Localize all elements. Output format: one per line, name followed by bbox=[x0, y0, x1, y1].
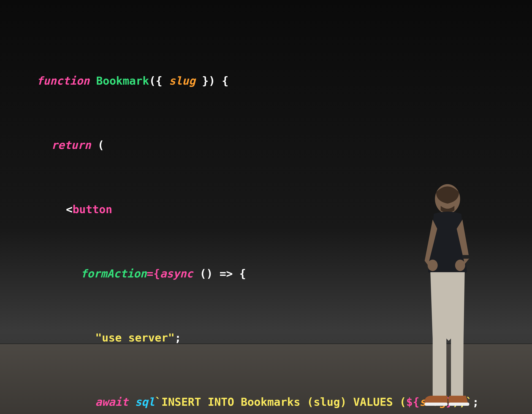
function-name: Bookmark bbox=[96, 74, 149, 87]
svg-point-2 bbox=[455, 260, 465, 271]
punct: ( bbox=[97, 139, 104, 151]
svg-rect-3 bbox=[462, 255, 469, 259]
punct: ({ bbox=[149, 74, 162, 87]
punct: ={ bbox=[147, 267, 160, 280]
svg-point-1 bbox=[428, 260, 438, 271]
code-line-2: return ( bbox=[37, 135, 479, 156]
keyword-return: return bbox=[51, 139, 91, 151]
string-use-server: "use server" bbox=[95, 331, 175, 344]
tag-button: button bbox=[73, 203, 112, 216]
svg-rect-5 bbox=[449, 403, 469, 406]
arrow-fn: () => { bbox=[200, 267, 246, 280]
sql-query: INSERT INTO Bookmarks (slug) VALUES ( bbox=[162, 396, 406, 408]
presenter-figure bbox=[411, 174, 484, 414]
sql-tag: sql bbox=[135, 396, 155, 408]
keyword-function: function bbox=[37, 74, 89, 87]
code-line-1: function Bookmark({ slug }) { bbox=[37, 70, 479, 92]
attr-formaction: formAction bbox=[81, 267, 147, 280]
punct: }) { bbox=[202, 74, 228, 87]
punct: ; bbox=[175, 331, 181, 344]
svg-rect-4 bbox=[425, 403, 447, 406]
keyword-await: await bbox=[95, 396, 128, 408]
backtick: ` bbox=[155, 396, 162, 408]
punct: < bbox=[66, 203, 73, 216]
keyword-async: async bbox=[160, 267, 193, 280]
param-slug: slug bbox=[169, 74, 196, 87]
